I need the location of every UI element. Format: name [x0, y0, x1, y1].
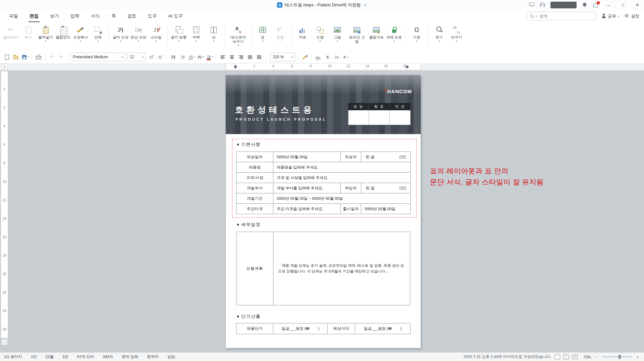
- view-web-layout-icon[interactable]: [572, 355, 578, 359]
- font-size-increase-button[interactable]: [147, 53, 155, 61]
- ribbon-button[interactable]: 문단 모양: [129, 24, 147, 43]
- status-item[interactable]: 1/1 페이지: [4, 354, 22, 359]
- more-options-button[interactable]: [341, 53, 350, 61]
- ribbon-button[interactable]: 선택: [89, 24, 107, 43]
- promotion-icon[interactable]: [593, 2, 599, 8]
- approval-header-cell[interactable]: 팀 장: [369, 103, 390, 110]
- approval-header-cell[interactable]: 대 표: [390, 103, 411, 110]
- underline-button[interactable]: [187, 53, 196, 61]
- table-cell[interactable]: 주요타겟: [236, 204, 273, 214]
- document-page[interactable]: HANCOM 호환성테스트용 PRODUCT LAUNCH PROPOSAL 담…: [226, 75, 421, 348]
- comments-icon[interactable]: [529, 2, 535, 8]
- table-cell[interactable]: 예상이익: [328, 323, 355, 334]
- ribbon-button[interactable]: [428, 25, 428, 46]
- approval-table[interactable]: 담 당팀 장대 표: [348, 103, 411, 125]
- ribbon-button[interactable]: 붙여넣기: [37, 24, 54, 43]
- banner-image[interactable]: HANCOM 호환성테스트용 PRODUCT LAUNCH PROPOSAL 담…: [226, 75, 421, 134]
- undo-button[interactable]: [48, 53, 56, 61]
- account-panel[interactable]: [550, 2, 577, 8]
- ribbon-button[interactable]: 용지 방향: [170, 24, 187, 43]
- banner-subtitle[interactable]: PRODUCT LAUNCH PROPOSAL: [235, 117, 327, 121]
- maximize-button[interactable]: [618, 0, 628, 10]
- new-document-button[interactable]: [3, 53, 11, 61]
- section-title-pricing[interactable]: ♦ 단가산출: [237, 313, 261, 319]
- toolbar-button[interactable]: [298, 54, 298, 60]
- search-scope-caret-icon[interactable]: [536, 15, 537, 18]
- table-cell[interactable]: 진행계획: [236, 232, 273, 305]
- ribbon-button[interactable]: [405, 25, 406, 46]
- horizontal-ruler[interactable]: 024681012141618: [226, 63, 421, 70]
- ribbon-button[interactable]: 여백: [187, 24, 205, 43]
- approval-cell[interactable]: [348, 110, 369, 125]
- toolbar-button[interactable]: [266, 54, 266, 60]
- ribbon-button[interactable]: 스타일: [147, 24, 165, 43]
- table-cell[interactable]: 개발부서: [236, 183, 273, 193]
- view-single-page-icon[interactable]: [555, 355, 560, 359]
- table-cell[interactable]: 개발기간: [236, 193, 273, 204]
- user-avatar[interactable]: [540, 2, 545, 8]
- open-button[interactable]: [12, 53, 20, 61]
- status-item[interactable]: 342자: [103, 354, 113, 359]
- toolbar-button[interactable]: [166, 54, 167, 60]
- zoom-out-button[interactable]: [594, 355, 599, 359]
- ribbon-button[interactable]: 도형: [311, 24, 329, 43]
- minimize-button[interactable]: [604, 0, 613, 10]
- ribbon-button[interactable]: [291, 25, 291, 46]
- table-cell[interactable]: 일금___원정 (₩ ): [273, 323, 328, 334]
- banner-title[interactable]: 호환성테스트용: [235, 104, 315, 115]
- table-cell[interactable]: 주요 타겟을 입력해 주세요.: [273, 204, 341, 214]
- table-cell[interactable]: 출시일자: [341, 204, 361, 214]
- menu-item[interactable]: 도구: [142, 10, 163, 22]
- font-size-select[interactable]: 12: [127, 53, 146, 61]
- align-left-button[interactable]: [219, 53, 227, 61]
- ribbon-button[interactable]: 모양복사: [72, 24, 89, 43]
- table-cell[interactable]: 작성자: [341, 152, 361, 162]
- ribbon-button[interactable]: 온라인 그림: [346, 24, 368, 45]
- align-distribute-button[interactable]: [255, 53, 263, 61]
- zoom-slider[interactable]: [602, 356, 632, 357]
- font-size-decrease-button[interactable]: [156, 53, 164, 61]
- strikethrough-button[interactable]: [196, 53, 205, 61]
- status-item[interactable]: 22줄: [46, 354, 54, 359]
- menu-item[interactable]: 서식: [85, 10, 106, 22]
- vertical-ruler[interactable]: 02468101214161820222426: [1, 71, 8, 338]
- basic-info-table[interactable]: 작성일자 0000년 00월 00일 작성자 한 글 (인) 제품명 제품명을 …: [236, 152, 411, 214]
- status-item[interactable]: 1단: [31, 354, 37, 359]
- ribbon-button[interactable]: 단: [205, 24, 222, 43]
- status-item[interactable]: 한국어: [147, 354, 159, 359]
- menu-item[interactable]: AI 도구: [163, 10, 189, 22]
- menu-item[interactable]: 보기: [44, 10, 65, 22]
- table-cell[interactable]: 개발 부서를 입력해 주세요.: [273, 183, 341, 193]
- menu-item[interactable]: 파일: [3, 10, 24, 22]
- ribbon-button[interactable]: 차트: [294, 24, 311, 40]
- toolbar-button[interactable]: [311, 54, 312, 60]
- ribbon-button[interactable]: [109, 25, 109, 46]
- align-justify-button[interactable]: [246, 53, 254, 61]
- table-cell[interactable]: 규격/사양: [236, 173, 273, 183]
- font-family-select[interactable]: Pretendard Medium: [70, 53, 125, 61]
- ribbon-button[interactable]: 바꾸기: [448, 24, 465, 43]
- menu-item[interactable]: 검토: [122, 10, 142, 22]
- subscript-button[interactable]: [323, 53, 331, 61]
- schedule-table[interactable]: 진행계획 「제품 개발 단계는 초기 설계, 프로토타입 제작, 테스트 및 검…: [236, 232, 410, 305]
- table-cell[interactable]: 한 글 (인): [361, 183, 411, 193]
- approval-cell[interactable]: [390, 110, 410, 125]
- zoom-slider-knob[interactable]: [619, 355, 621, 359]
- section-title-basic[interactable]: ♦ 기본사항: [237, 141, 261, 147]
- ribbon-button[interactable]: 대/소문자 바꾸기: [227, 24, 249, 47]
- align-center-button[interactable]: [228, 53, 236, 61]
- status-item[interactable]: 1칸: [62, 354, 68, 359]
- font-color-button[interactable]: [205, 53, 214, 61]
- table-cell[interactable]: 일금___원정 (₩ ): [355, 323, 411, 334]
- toolbar-button[interactable]: [32, 54, 32, 60]
- table-cell[interactable]: 제품명을 입력해 주세요.: [273, 162, 411, 173]
- pricing-table[interactable]: 제품단가 일금___원정 (₩ ) 예상이익 일금___원정 (₩ ): [236, 323, 411, 334]
- section-title-schedule[interactable]: ♦ 세부일정: [237, 222, 261, 228]
- ribbon-button[interactable]: 클립아트: [368, 24, 385, 40]
- align-right-button[interactable]: [237, 53, 245, 61]
- settings-button[interactable]: 설정: [625, 13, 639, 19]
- ribbon-button[interactable]: [167, 25, 167, 46]
- approval-header-cell[interactable]: 담 당: [348, 103, 369, 110]
- spinner-arrows-icon[interactable]: [292, 55, 293, 59]
- table-cell[interactable]: 0000년 00월 00일: [361, 204, 411, 214]
